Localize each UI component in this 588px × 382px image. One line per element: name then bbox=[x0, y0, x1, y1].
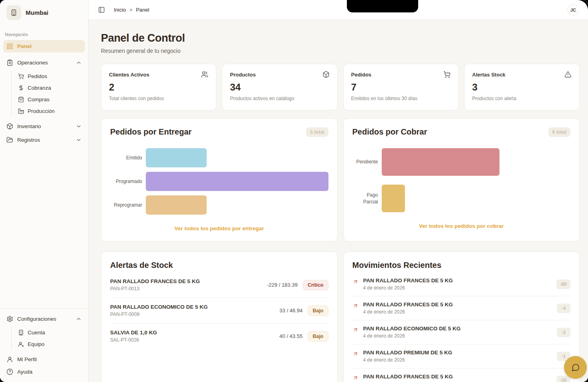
sidebar-item-label: Producción bbox=[28, 108, 55, 114]
chevron-down-icon[interactable] bbox=[76, 123, 82, 129]
bar-label: Reprogramar bbox=[110, 202, 146, 208]
sidebar-item-label: Panel bbox=[17, 43, 32, 49]
movement-row: PAN RALLADO FRANCES DE 5 KG 4 de enero d… bbox=[352, 296, 571, 320]
redacted-region bbox=[347, 0, 418, 12]
user-plus-icon bbox=[18, 341, 24, 347]
chevron-up-icon[interactable] bbox=[76, 316, 82, 322]
bar-row: Pago Parcial bbox=[352, 185, 571, 212]
main-content: Panel de Control Resumen general de tu n… bbox=[89, 20, 588, 382]
product-name: PAN RALLADO PREMIUM DE 5 KG bbox=[363, 350, 453, 356]
movement-row: PAN RALLADO PREMIUM DE 5 KG 4 de enero d… bbox=[352, 344, 571, 368]
view-all-cobrar-link[interactable]: Ver todos los pedidos por cobrar bbox=[352, 223, 571, 229]
package-icon bbox=[6, 123, 13, 130]
chart-title: Pedidos por Cobrar bbox=[352, 127, 427, 137]
stat-card-pedidos: Pedidos 7 Emitidos en los últimos 30 día… bbox=[343, 64, 459, 111]
sidebar-item-label: Cobranza bbox=[28, 85, 51, 91]
package-icon bbox=[322, 71, 330, 78]
bottom-row: Alertas de Stock PAN RALLADO FRANCES DE … bbox=[101, 251, 580, 382]
stat-card-productos: Productos 34 Productos activos en catálo… bbox=[222, 64, 337, 111]
dollar-icon bbox=[18, 85, 24, 91]
chevron-down-icon[interactable] bbox=[76, 137, 82, 143]
sidebar-item-label: Mi Perfil bbox=[17, 356, 37, 362]
stat-value: 34 bbox=[230, 82, 329, 93]
sidebar-item-operaciones[interactable]: Operaciones bbox=[3, 56, 85, 69]
help-circle-icon bbox=[6, 368, 13, 375]
bar-programado[interactable] bbox=[146, 172, 328, 191]
sidebar-item-panel[interactable]: Panel bbox=[3, 40, 85, 52]
stat-desc: Productos activos en catálogo bbox=[230, 96, 329, 101]
view-all-entregar-link[interactable]: Ver todos los pedidos por entregar bbox=[110, 225, 328, 231]
product-code: PAN-PT-0013 bbox=[110, 286, 200, 292]
stat-label: Alertas Stock bbox=[472, 72, 505, 78]
recent-movements-card: Movimientos Recientes PAN RALLADO FRANCE… bbox=[343, 251, 580, 382]
bar-pago-parcial[interactable] bbox=[382, 185, 405, 212]
stock-alert-row: SALVIA DE 1,0 KG SAL-PT-0026 40 / 43.55 … bbox=[110, 324, 328, 349]
sidebar-item-inventario[interactable]: Inventario bbox=[3, 120, 85, 133]
product-name: PAN RALLADO ECONOMICO DE 5 KG bbox=[110, 304, 208, 310]
breadcrumb-home[interactable]: Inicio bbox=[114, 7, 126, 13]
stat-value: 3 bbox=[472, 82, 572, 93]
sidebar-item-label: Pedidos bbox=[28, 73, 47, 79]
sidebar-item-cobranza[interactable]: Cobranza bbox=[16, 82, 85, 94]
charts-row: Pedidos por Entregar 5 total Emitido Pro… bbox=[101, 118, 580, 241]
movement-date: 4 de enero de 2026 bbox=[363, 357, 453, 363]
sidebar-item-label: Registros bbox=[17, 137, 40, 143]
stat-value: 7 bbox=[351, 82, 451, 93]
sidebar-item-produccion[interactable]: Producción bbox=[16, 105, 85, 117]
bar-label: Programado bbox=[110, 178, 146, 185]
stock-alert-row: PAN RALLADO FRANCES DE 5 KG PAN-PT-0013 … bbox=[110, 272, 328, 298]
brand: Mumbai bbox=[0, 0, 88, 25]
bar-row: Pendiente bbox=[352, 148, 571, 176]
stock-values: 33 / 46.94 bbox=[280, 308, 303, 314]
card-title: Alertas de Stock bbox=[110, 261, 328, 270]
status-badge: Crítico bbox=[303, 280, 328, 290]
factory-icon bbox=[18, 108, 24, 114]
arrow-up-right-icon bbox=[352, 279, 358, 285]
bar-reprogramar[interactable] bbox=[146, 195, 207, 215]
status-badge: Bajo bbox=[308, 306, 328, 316]
breadcrumb-separator: > bbox=[129, 7, 132, 13]
sidebar-item-equipo[interactable]: Equipo bbox=[16, 338, 85, 350]
bar-label: Pago Parcial bbox=[352, 192, 382, 205]
sidebar-item-ayuda[interactable]: Ayuda bbox=[3, 366, 85, 378]
chat-fab-button[interactable] bbox=[564, 356, 587, 379]
breadcrumb-current: Panel bbox=[136, 7, 149, 13]
sidebar-item-registros[interactable]: Registros bbox=[3, 134, 85, 146]
sidebar-item-label: Operaciones bbox=[17, 60, 48, 66]
bar-row: Programado bbox=[110, 172, 328, 191]
bar-row: Reprogramar bbox=[110, 195, 328, 215]
sidebar-item-mi-perfil[interactable]: Mi Perfil bbox=[3, 353, 85, 366]
sidebar-item-label: Inventario bbox=[17, 123, 41, 129]
bar-row: Emitido bbox=[110, 148, 328, 167]
product-name: SALVIA DE 1,0 KG bbox=[110, 330, 157, 336]
panel-left-icon[interactable] bbox=[98, 6, 105, 13]
shopping-cart-icon bbox=[18, 73, 24, 79]
stock-alerts-card: Alertas de Stock PAN RALLADO FRANCES DE … bbox=[101, 251, 338, 382]
users-icon bbox=[201, 71, 208, 78]
stat-desc: Productos con alerta bbox=[472, 96, 572, 101]
stat-label: Clientes Activos bbox=[109, 72, 149, 78]
movement-row: PAN RALLADO ECONOMICO DE 5 KG 4 de enero… bbox=[352, 320, 571, 344]
stock-alert-row: PAN RALLADO ECONOMICO DE 5 KG PAN-PT-000… bbox=[110, 298, 328, 324]
stock-values: -229 / 183.39 bbox=[267, 282, 298, 288]
sidebar-item-compras[interactable]: Compras bbox=[16, 94, 85, 105]
card-title: Movimientos Recientes bbox=[352, 261, 571, 270]
sidebar-item-configuraciones[interactable]: Configuraciones bbox=[3, 313, 85, 325]
stat-desc: Total clientes con pedidos bbox=[109, 96, 208, 101]
chevron-up-icon[interactable] bbox=[76, 60, 82, 66]
stat-label: Productos bbox=[230, 72, 256, 78]
sidebar-item-cuenta[interactable]: Cuenta bbox=[16, 327, 85, 338]
movement-row: PAN RALLADO FRANCES DE 5 KG 4 de enero d… bbox=[352, 272, 571, 296]
sidebar-bottom: Configuraciones Cuenta Equipo Mi Perfil bbox=[0, 308, 88, 382]
bar-emitido[interactable] bbox=[146, 148, 207, 167]
status-badge: Bajo bbox=[308, 331, 328, 342]
qty-badge: -4 bbox=[557, 304, 570, 313]
movement-date: 4 de enero de 2026 bbox=[363, 333, 461, 339]
sidebar-item-pedidos[interactable]: Pedidos bbox=[16, 70, 85, 82]
bar-pendiente[interactable] bbox=[382, 148, 500, 176]
shopping-bag-icon bbox=[18, 97, 24, 103]
shopping-cart-icon bbox=[443, 71, 451, 78]
sidebar-item-label: Cuenta bbox=[28, 330, 45, 336]
arrow-up-right-icon bbox=[352, 375, 358, 381]
movement-date: 4 de enero de 2026 bbox=[363, 285, 453, 291]
